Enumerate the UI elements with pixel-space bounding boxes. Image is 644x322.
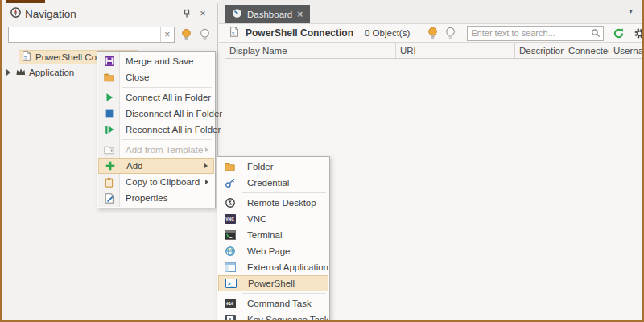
lightbulb-off-button[interactable] bbox=[198, 28, 211, 42]
menu-item-close[interactable]: Close bbox=[98, 69, 214, 85]
object-count: 0 Object(s) bbox=[365, 28, 410, 38]
document-tab-bar: Dashboard × ▾ bbox=[219, 0, 642, 24]
plus-icon bbox=[99, 160, 121, 171]
tree-item-label: Application bbox=[29, 68, 74, 77]
submenu-item-web-page[interactable]: Web Page bbox=[218, 243, 328, 259]
powershell-icon: >_ bbox=[219, 279, 242, 288]
gear-button[interactable]: ▾ bbox=[634, 27, 644, 39]
menu-item-add[interactable]: Add bbox=[98, 158, 214, 174]
tab-dashboard[interactable]: Dashboard × bbox=[225, 5, 310, 23]
powershell-badge: >_ bbox=[225, 279, 237, 288]
menu-separator bbox=[122, 139, 212, 140]
navigation-panel-header: Navigation × bbox=[2, 3, 217, 24]
key-sequence-icon: A bbox=[218, 315, 242, 322]
menu-item-label: Credential bbox=[242, 178, 289, 188]
command-badge: 010 bbox=[225, 299, 236, 308]
navigation-panel-title: Navigation bbox=[25, 8, 76, 20]
column-header-connected[interactable]: Connected bbox=[564, 43, 609, 58]
grid-header-row: Display Name URI Description Connected U… bbox=[225, 43, 642, 59]
external-app-icon bbox=[218, 262, 242, 272]
submenu-arrow-icon bbox=[204, 163, 208, 168]
menu-item-add-from-template: Add from Template bbox=[98, 142, 214, 158]
menu-item-label: Disconnect All in Folder bbox=[120, 109, 222, 118]
menu-item-label: External Application bbox=[242, 262, 328, 272]
submenu-item-vnc[interactable]: VNC VNC bbox=[218, 211, 328, 227]
column-header-description[interactable]: Description bbox=[515, 43, 564, 58]
menu-item-label: Merge and Save bbox=[120, 56, 193, 66]
menu-item-label: PowerShell bbox=[242, 279, 295, 288]
column-header-uri[interactable]: URI bbox=[396, 43, 515, 58]
column-header-display-name[interactable]: Display Name bbox=[225, 43, 396, 58]
menu-item-reconnect-all-in-folder[interactable]: Reconnect All in Folder bbox=[98, 122, 214, 138]
lightbulb-on-button[interactable] bbox=[427, 27, 439, 40]
folder-icon bbox=[98, 72, 120, 83]
navigation-compass-icon bbox=[10, 6, 22, 22]
refresh-button[interactable] bbox=[613, 27, 625, 39]
key-sequence-badge: A bbox=[225, 315, 236, 322]
menu-item-connect-all-in-folder[interactable]: Connect All in Folder bbox=[98, 89, 214, 105]
navigation-filter-box: × bbox=[8, 27, 175, 43]
navigation-filter-input[interactable] bbox=[9, 27, 160, 42]
terminal-icon bbox=[218, 230, 242, 240]
dashboard-search-input[interactable] bbox=[468, 27, 588, 40]
submenu-arrow-icon bbox=[205, 180, 208, 184]
submenu-item-external-application[interactable]: External Application bbox=[218, 259, 328, 275]
menu-item-label: Add from Template bbox=[120, 145, 203, 155]
submenu-item-folder[interactable]: Folder bbox=[218, 159, 328, 175]
lightbulb-off-button[interactable] bbox=[444, 27, 456, 40]
submenu-item-credential[interactable]: Credential bbox=[218, 175, 328, 191]
menu-item-label: Properties bbox=[120, 193, 167, 203]
command-task-icon: 010 bbox=[218, 299, 242, 308]
menu-item-copy-to-clipboard[interactable]: Copy to Clipboard bbox=[98, 174, 214, 190]
menu-separator bbox=[242, 293, 326, 294]
column-header-username[interactable]: Userna bbox=[609, 43, 642, 58]
properties-icon bbox=[98, 192, 120, 204]
folder-icon bbox=[218, 161, 242, 172]
menu-item-label: Add bbox=[121, 161, 142, 171]
keycap-glyph: A bbox=[227, 316, 233, 322]
submenu-item-powershell[interactable]: >_ PowerShell bbox=[218, 275, 328, 291]
submenu-arrow-icon bbox=[205, 147, 208, 152]
connection-document-icon bbox=[21, 50, 32, 64]
save-icon bbox=[98, 56, 120, 67]
tabbar-dropdown-button[interactable]: ▾ bbox=[629, 6, 633, 15]
menu-item-label: Command Task bbox=[242, 299, 312, 308]
remote-desktop-icon bbox=[218, 197, 242, 208]
add-submenu: Folder Credential Remote Desktop VNC VNC bbox=[217, 156, 330, 322]
dashboard-header: PowerShell Connection 0 Object(s) ▾ bbox=[219, 24, 642, 43]
menu-item-label: Close bbox=[120, 72, 149, 82]
submenu-item-command-task[interactable]: 010 Command Task bbox=[218, 295, 328, 312]
menu-separator bbox=[242, 192, 326, 193]
dashboard-search-box bbox=[467, 26, 604, 41]
menu-item-label: Reconnect All in Folder bbox=[120, 125, 221, 134]
menu-item-label: Folder bbox=[242, 162, 274, 171]
dashboard-title: PowerShell Connection bbox=[246, 27, 353, 39]
context-menu: Merge and Save Close Connect All in Fold… bbox=[97, 51, 216, 208]
folder-plus-icon bbox=[98, 144, 120, 155]
menu-item-label: Copy to Clipboard bbox=[120, 177, 200, 187]
menu-item-disconnect-all-in-folder[interactable]: Disconnect All in Folder bbox=[98, 105, 214, 122]
tab-close-button[interactable]: × bbox=[297, 9, 303, 20]
globe-icon bbox=[218, 246, 242, 257]
submenu-item-key-sequence-task[interactable]: A Key Sequence Task bbox=[218, 312, 328, 322]
menu-item-label: Remote Desktop bbox=[242, 198, 316, 208]
submenu-item-terminal[interactable]: Terminal bbox=[218, 227, 328, 243]
clipboard-icon bbox=[98, 176, 120, 188]
navigation-close-button[interactable]: × bbox=[196, 7, 209, 20]
submenu-item-remote-desktop[interactable]: Remote Desktop bbox=[218, 195, 328, 211]
menu-item-label: Key Sequence Task bbox=[242, 315, 328, 322]
menu-item-properties[interactable]: Properties bbox=[98, 190, 214, 206]
stop-icon bbox=[98, 108, 120, 119]
menu-item-label: Terminal bbox=[242, 230, 282, 240]
menu-item-label: Web Page bbox=[242, 246, 291, 256]
menu-item-merge-and-save[interactable]: Merge and Save bbox=[98, 53, 214, 69]
lightbulb-on-button[interactable] bbox=[180, 28, 193, 42]
connection-document-icon bbox=[229, 26, 240, 41]
clear-filter-button[interactable]: × bbox=[160, 27, 174, 42]
pin-icon[interactable] bbox=[180, 7, 193, 20]
gauge-icon bbox=[232, 8, 242, 20]
expand-arrow-icon[interactable] bbox=[6, 69, 10, 76]
navigation-search-row: × bbox=[8, 27, 211, 43]
app-window: Navigation × × bbox=[0, 0, 644, 322]
menu-item-label: VNC bbox=[242, 214, 266, 224]
